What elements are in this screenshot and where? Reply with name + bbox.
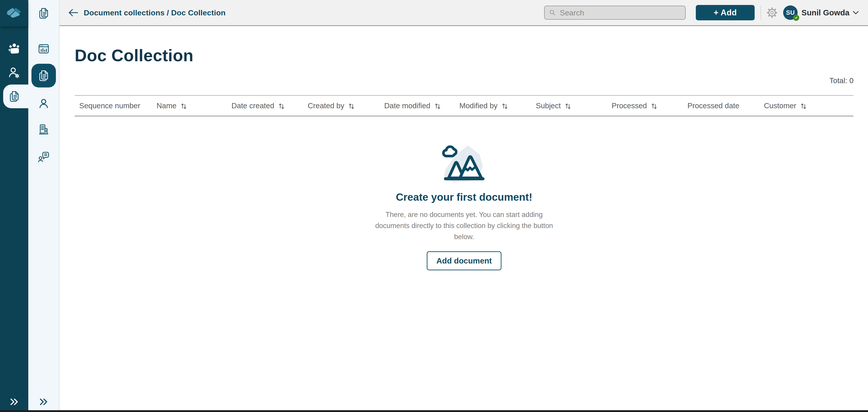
building-icon — [38, 124, 50, 135]
sort-icon — [434, 102, 441, 109]
add-button[interactable]: + Add — [696, 5, 755, 20]
main-area: Document collections / Doc Collection + … — [60, 0, 868, 412]
documents-icon — [38, 7, 50, 19]
person-chat-icon — [38, 151, 50, 163]
user-settings-icon — [8, 66, 21, 79]
empty-state-line: documents directly to this collection by… — [375, 220, 553, 231]
sidebar-item-documents[interactable] — [0, 84, 28, 108]
window-bottom-edge — [0, 410, 868, 412]
primary-sidebar-expand-button[interactable] — [0, 392, 28, 412]
content: Doc Collection Total: 0 Sequence number … — [60, 26, 868, 412]
sort-icon — [565, 102, 571, 109]
sort-icon — [800, 102, 807, 109]
chevron-down-icon — [852, 10, 859, 15]
empty-state-line: There, are no documents yet. You can sta… — [375, 209, 553, 220]
primary-nav — [0, 37, 28, 108]
add-document-button[interactable]: Add document — [427, 251, 502, 270]
column-header-name[interactable]: Name — [152, 101, 227, 110]
breadcrumb: Document collections / Doc Collection — [84, 8, 226, 17]
check-icon — [794, 15, 798, 20]
settings-button[interactable] — [766, 7, 778, 18]
arrow-left-icon — [68, 8, 79, 17]
team-icon — [8, 42, 21, 56]
column-header-created-by[interactable]: Created by — [303, 101, 380, 110]
column-header-sequence-number: Sequence number — [75, 101, 152, 110]
column-header-date-created[interactable]: Date created — [227, 101, 303, 110]
topbar-divider — [761, 6, 761, 20]
person-icon — [38, 98, 50, 110]
secondary-sidebar-expand-button[interactable] — [39, 392, 49, 412]
primary-sidebar — [0, 0, 28, 412]
column-header-processed-date: Processed date — [683, 101, 760, 110]
mountain-illustration — [438, 139, 490, 184]
back-button[interactable] — [68, 8, 79, 17]
double-chevron-right-icon — [9, 397, 19, 407]
subnav-item-organizations[interactable] — [31, 117, 56, 141]
double-chevron-right-icon — [39, 397, 49, 407]
sort-icon — [502, 102, 508, 109]
search-box — [544, 6, 686, 20]
documents-icon — [8, 91, 20, 102]
app-window: Document collections / Doc Collection + … — [0, 0, 868, 412]
gear-icon — [766, 7, 778, 18]
user-menu-button[interactable] — [852, 10, 859, 15]
subnav-item-dashboard[interactable] — [31, 37, 56, 61]
user-avatar[interactable]: SU — [783, 5, 798, 20]
sort-icon — [651, 102, 657, 109]
search-icon — [549, 9, 556, 17]
empty-state-line: below. — [375, 231, 553, 242]
documents-icon — [38, 70, 50, 81]
column-header-modified-by[interactable]: Modified by — [455, 101, 531, 110]
page-title: Doc Collection — [75, 46, 854, 65]
dashboard-icon — [38, 43, 50, 55]
search-input[interactable] — [560, 8, 681, 17]
column-header-customer[interactable]: Customer — [760, 101, 854, 110]
sort-icon — [181, 102, 187, 109]
user-name: Sunil Gowda — [802, 8, 849, 17]
empty-state-heading: Create your first document! — [396, 191, 532, 203]
sidebar-item-user-settings[interactable] — [0, 61, 28, 84]
sidebar-item-team[interactable] — [0, 37, 28, 61]
subnav-item-document-collections[interactable] — [31, 64, 56, 88]
total-count: Total: 0 — [75, 76, 854, 85]
subnav-module-documents[interactable] — [38, 0, 50, 27]
primary-sidebar-spacer — [0, 108, 28, 392]
column-header-processed[interactable]: Processed — [607, 101, 683, 110]
empty-state-description: There, are no documents yet. You can sta… — [375, 209, 553, 242]
secondary-sidebar — [28, 0, 60, 412]
subnav-item-users[interactable] — [31, 92, 56, 115]
status-badge — [793, 15, 799, 21]
column-header-subject[interactable]: Subject — [531, 101, 607, 110]
subnav-item-contacts[interactable] — [31, 145, 56, 168]
topbar: Document collections / Doc Collection + … — [60, 0, 868, 26]
app-logo[interactable] — [0, 0, 28, 27]
column-header-date-modified[interactable]: Date modified — [380, 101, 455, 110]
empty-state: Create your first document! There, are n… — [75, 139, 854, 270]
sort-icon — [278, 102, 285, 109]
logo-icon — [5, 6, 23, 20]
table-header-row: Sequence number Name Date created Create… — [75, 95, 854, 116]
sort-icon — [348, 102, 354, 109]
